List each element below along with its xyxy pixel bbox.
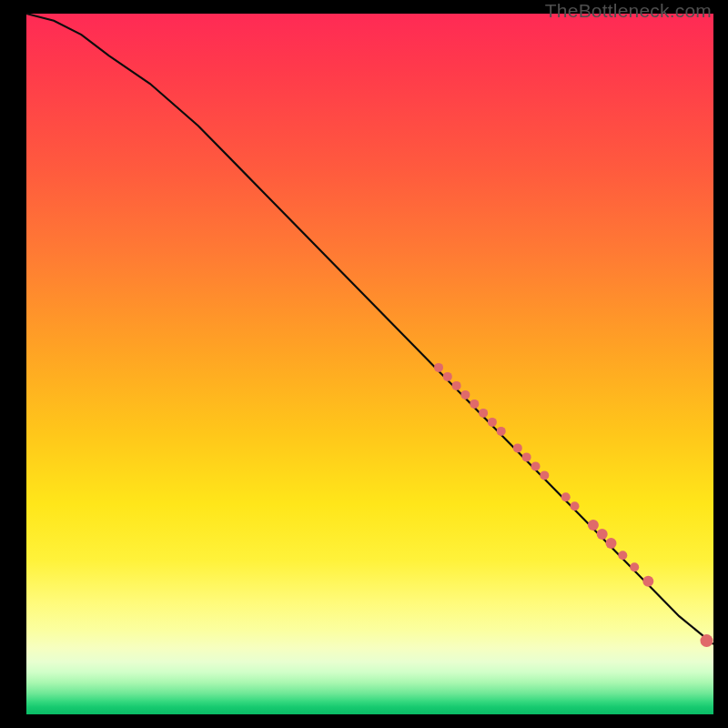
- sample-point: [470, 399, 479, 409]
- sample-point: [531, 461, 541, 470]
- sample-point: [452, 381, 461, 390]
- sample-point: [434, 363, 443, 372]
- chart-svg: [26, 14, 713, 714]
- sample-point: [606, 538, 617, 549]
- chart-stage: TheBottleneck.com: [0, 0, 728, 728]
- sample-point: [630, 562, 639, 571]
- sample-point: [540, 470, 549, 480]
- plot-area: [26, 14, 713, 714]
- sample-point: [513, 443, 522, 452]
- sample-point: [618, 551, 627, 560]
- sample-point: [488, 418, 497, 427]
- sample-points-group: [434, 363, 713, 647]
- sample-point: [460, 390, 470, 399]
- sample-point: [522, 452, 531, 461]
- sample-point: [701, 634, 713, 647]
- watermark-text: TheBottleneck.com: [545, 0, 712, 22]
- sample-point: [497, 427, 506, 436]
- sample-point: [443, 372, 452, 381]
- sample-point: [571, 501, 580, 511]
- sample-point: [561, 492, 571, 501]
- sample-point: [642, 576, 653, 587]
- bottleneck-curve: [26, 14, 713, 644]
- sample-point: [597, 529, 608, 540]
- sample-point: [588, 520, 599, 531]
- sample-point: [479, 409, 488, 418]
